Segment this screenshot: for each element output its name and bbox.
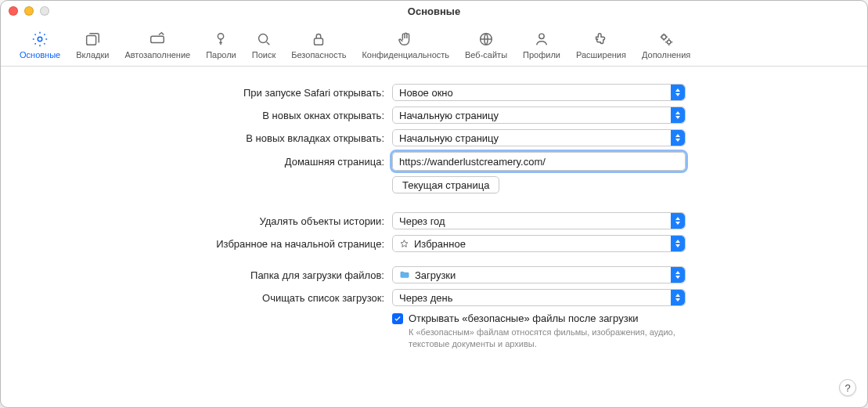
gears-icon: [657, 30, 675, 49]
lock-icon: [309, 30, 328, 49]
chevron-updown-icon: [671, 107, 685, 123]
tab-label: Основные: [20, 50, 60, 60]
puzzle-icon: [592, 30, 610, 49]
select-downloads-folder[interactable]: Загрузки: [392, 266, 686, 283]
chevron-updown-icon: [671, 85, 685, 100]
svg-point-4: [259, 34, 268, 43]
gear-icon: [31, 30, 49, 49]
tab-profiles[interactable]: Профили: [515, 27, 568, 61]
tab-label: Поиск: [252, 50, 276, 60]
tab-label: Безопасность: [291, 50, 346, 60]
tab-search[interactable]: Поиск: [244, 27, 283, 61]
tab-label: Автозаполнение: [124, 50, 190, 60]
tab-advanced[interactable]: Дополнения: [634, 27, 698, 61]
window-title: Основные: [1, 5, 867, 17]
select-on-launch[interactable]: Новое окно: [392, 84, 686, 101]
label-favorites: Избранное на начальной странице:: [32, 238, 392, 250]
select-value: Избранное: [414, 238, 466, 250]
search-icon: [254, 30, 273, 49]
svg-point-0: [38, 37, 42, 42]
tab-label: Дополнения: [642, 50, 690, 60]
tab-label: Веб-сайты: [465, 50, 507, 60]
button-label: Текущая страница: [402, 179, 489, 191]
tab-label: Вкладки: [76, 50, 109, 60]
label-history: Удалять объекты истории:: [32, 215, 392, 227]
select-value: Загрузки: [415, 269, 456, 281]
select-value: Через год: [399, 215, 445, 227]
help-icon: ?: [845, 382, 850, 394]
tab-security[interactable]: Безопасность: [283, 27, 354, 61]
select-value: Начальную страницу: [399, 110, 499, 121]
preferences-window: Основные Основные Вкладки Автозаполнение…: [0, 0, 868, 408]
label-new-tabs: В новых вкладках открывать:: [32, 132, 392, 144]
tab-general[interactable]: Основные: [12, 27, 68, 61]
tab-websites[interactable]: Веб-сайты: [457, 27, 515, 61]
preferences-toolbar: Основные Вкладки Автозаполнение Пароли П…: [1, 21, 867, 67]
svg-point-8: [662, 35, 667, 40]
select-new-windows[interactable]: Начальную страницу: [392, 107, 686, 124]
select-new-tabs[interactable]: Начальную страницу: [392, 129, 686, 146]
tab-extensions[interactable]: Расширения: [568, 27, 634, 61]
open-safe-files-label: Открывать «безопасные» файлы после загру…: [409, 312, 686, 324]
svg-rect-1: [87, 35, 96, 45]
chevron-updown-icon: [671, 267, 685, 283]
folder-icon: [399, 269, 410, 280]
svg-point-3: [218, 34, 224, 39]
globe-icon: [477, 30, 495, 49]
person-icon: [532, 30, 551, 49]
chevron-updown-icon: [671, 130, 685, 146]
tab-label: Пароли: [206, 50, 236, 60]
help-button[interactable]: ?: [839, 379, 856, 396]
open-safe-files-checkbox[interactable]: [392, 313, 403, 324]
tab-passwords[interactable]: Пароли: [198, 27, 244, 61]
select-history-remove[interactable]: Через год: [392, 212, 686, 229]
select-value: Новое окно: [399, 87, 453, 99]
set-current-page-button[interactable]: Текущая страница: [392, 176, 499, 193]
select-value: Через день: [399, 292, 452, 304]
chevron-updown-icon: [671, 236, 685, 251]
hand-icon: [396, 30, 415, 49]
tab-label: Профили: [523, 50, 560, 60]
label-new-windows: В новых окнах открывать:: [32, 110, 392, 121]
svg-point-7: [539, 34, 544, 38]
select-value: Начальную страницу: [399, 132, 499, 144]
svg-point-9: [667, 40, 671, 44]
chevron-updown-icon: [671, 213, 685, 229]
tab-label: Конфиденциальность: [362, 50, 449, 60]
select-favorites[interactable]: Избранное: [392, 235, 686, 252]
tab-autofill[interactable]: Автозаполнение: [117, 27, 198, 61]
label-clear-downloads: Очищать список загрузок:: [32, 292, 392, 304]
tab-label: Расширения: [576, 50, 626, 60]
tab-tabs[interactable]: Вкладки: [68, 27, 117, 61]
chevron-updown-icon: [671, 290, 685, 305]
key-icon: [211, 30, 230, 49]
label-homepage: Домашняя страница:: [32, 156, 392, 168]
tab-privacy[interactable]: Конфиденциальность: [354, 27, 457, 61]
svg-rect-2: [151, 36, 164, 42]
titlebar: Основные: [1, 1, 867, 21]
autofill-icon: [148, 30, 167, 49]
tabs-icon: [83, 30, 102, 49]
label-on-launch: При запуске Safari открывать:: [32, 87, 392, 99]
svg-rect-5: [315, 38, 323, 45]
homepage-input[interactable]: [392, 152, 686, 171]
label-downloads-folder: Папка для загрузки файлов:: [32, 269, 392, 281]
open-safe-files-note: К «безопасным» файлам относятся фильмы, …: [409, 327, 686, 350]
preferences-content: При запуске Safari открывать: Новое окно…: [1, 67, 867, 373]
select-clear-downloads[interactable]: Через день: [392, 289, 686, 306]
star-icon: [399, 239, 409, 249]
